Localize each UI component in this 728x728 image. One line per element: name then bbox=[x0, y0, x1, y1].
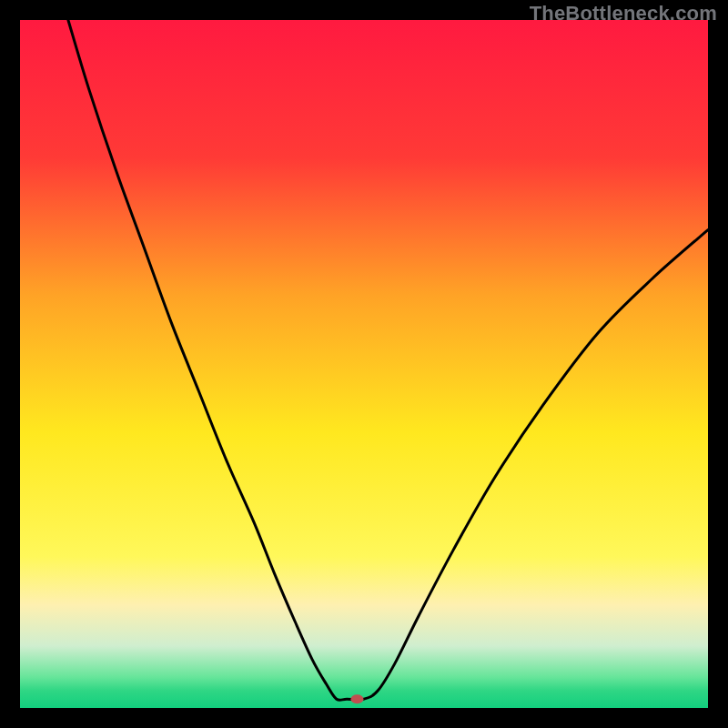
plot-svg bbox=[20, 20, 708, 708]
plot-area bbox=[20, 20, 708, 708]
optimum-marker bbox=[350, 694, 363, 703]
chart-frame: TheBottleneck.com bbox=[0, 0, 728, 728]
watermark-text: TheBottleneck.com bbox=[530, 2, 717, 25]
gradient-background bbox=[20, 20, 708, 708]
